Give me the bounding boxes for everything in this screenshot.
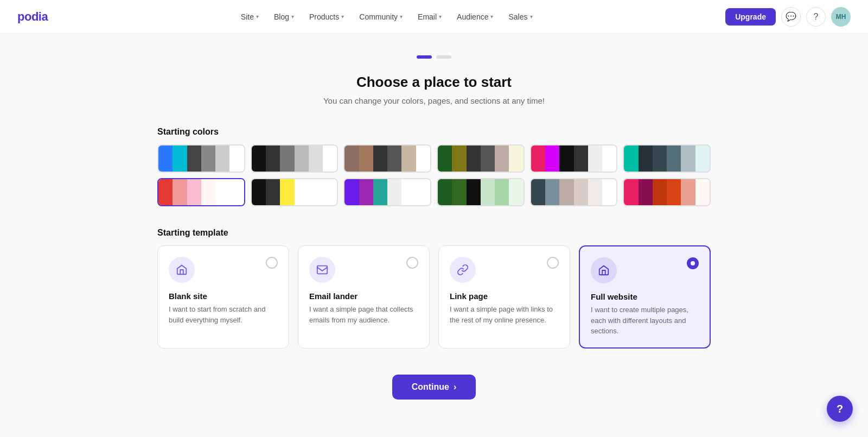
- swatch-segment: [681, 179, 695, 205]
- swatch-segment: [416, 179, 430, 205]
- swatch-segment: [602, 145, 616, 172]
- template-card-link-page[interactable]: Link page I want a simple page with link…: [438, 245, 570, 349]
- swatch-segment: [229, 145, 244, 172]
- swatch-segment: [187, 179, 201, 205]
- swatch-segment: [495, 145, 509, 172]
- swatch-segment: [602, 179, 616, 205]
- page-title: Choose a place to start: [157, 74, 711, 91]
- color-swatch-c1[interactable]: [157, 144, 245, 173]
- main-content: Choose a place to start You can change y…: [136, 34, 732, 437]
- swatch-segment: [653, 145, 667, 172]
- color-swatch-c3[interactable]: [343, 144, 431, 173]
- swatch-segment: [481, 179, 495, 205]
- color-swatch-c12[interactable]: [623, 178, 711, 206]
- color-swatch-c5[interactable]: [530, 144, 618, 173]
- nav-item-audience[interactable]: Audience▾: [450, 9, 500, 24]
- swatch-segment: [639, 145, 653, 172]
- swatch-segment: [158, 145, 173, 172]
- swatch-segment: [509, 179, 523, 205]
- help-fab[interactable]: ?: [827, 396, 853, 422]
- swatch-segment: [452, 179, 466, 205]
- swatch-segment: [387, 145, 401, 172]
- color-swatch-c7[interactable]: [157, 178, 245, 206]
- continue-button[interactable]: Continue ›: [392, 375, 476, 400]
- swatch-segment: [695, 145, 710, 172]
- template-header: [309, 257, 418, 283]
- swatch-segment: [252, 145, 266, 172]
- swatch-segment: [215, 145, 229, 172]
- swatch-segment: [639, 179, 653, 205]
- colors-section: Starting colors: [157, 127, 711, 206]
- template-desc-email-lander: I want a simple page that collects email…: [309, 304, 418, 325]
- swatch-segment: [559, 179, 573, 205]
- continue-label: Continue: [412, 382, 449, 392]
- color-swatch-c2[interactable]: [251, 144, 339, 173]
- template-icon-blank: [169, 257, 195, 283]
- swatch-segment: [481, 145, 495, 172]
- template-radio-link-page[interactable]: [547, 257, 559, 269]
- upgrade-button[interactable]: Upgrade: [725, 8, 776, 26]
- template-card-email-lander[interactable]: Email lander I want a simple page that c…: [298, 245, 430, 349]
- template-header: [169, 257, 278, 283]
- color-swatch-c4[interactable]: [437, 144, 525, 173]
- swatch-segment: [215, 179, 229, 205]
- swatch-segment: [667, 145, 681, 172]
- swatch-segment: [531, 145, 545, 172]
- continue-arrow: ›: [454, 382, 456, 392]
- color-swatch-c11[interactable]: [530, 178, 618, 206]
- color-swatch-c8[interactable]: [251, 178, 339, 206]
- nav-item-blog[interactable]: Blog▾: [267, 9, 301, 24]
- nav-item-products[interactable]: Products▾: [303, 9, 350, 24]
- help-icon-button[interactable]: ?: [806, 7, 826, 27]
- templates-section: Starting template Blank site I want to s…: [157, 228, 711, 349]
- progress-dot-2: [436, 55, 451, 59]
- template-radio-email-lander[interactable]: [406, 257, 418, 269]
- color-swatch-c10[interactable]: [437, 178, 525, 206]
- template-icon-email-lander: [309, 257, 335, 283]
- template-card-blank[interactable]: Blank site I want to start from scratch …: [157, 245, 289, 349]
- swatch-segment: [401, 179, 416, 205]
- swatch-segment: [624, 179, 638, 205]
- templates-grid: Blank site I want to start from scratch …: [157, 245, 711, 349]
- swatch-segment: [467, 145, 481, 172]
- color-swatch-c6[interactable]: [623, 144, 711, 173]
- template-radio-blank[interactable]: [266, 257, 278, 269]
- nav-item-email[interactable]: Email▾: [411, 9, 448, 24]
- templates-label: Starting template: [157, 228, 711, 238]
- swatch-segment: [229, 179, 244, 205]
- colors-label: Starting colors: [157, 127, 711, 137]
- swatch-segment: [309, 145, 323, 172]
- avatar[interactable]: MH: [831, 7, 851, 27]
- template-radio-full-website[interactable]: [687, 257, 699, 269]
- template-desc-link-page: I want a simple page with links to the r…: [450, 304, 559, 325]
- nav-item-community[interactable]: Community▾: [353, 9, 409, 24]
- progress-dot-1: [417, 55, 432, 59]
- swatch-segment: [531, 179, 545, 205]
- color-swatch-c9[interactable]: [343, 178, 431, 206]
- swatch-segment: [509, 145, 523, 172]
- nav-item-site[interactable]: Site▾: [234, 9, 265, 24]
- swatch-segment: [295, 179, 309, 205]
- template-card-full-website[interactable]: Full website I want to create multiple p…: [579, 245, 711, 349]
- nav-right: Upgrade 💬 ? MH: [725, 7, 851, 27]
- swatch-segment: [201, 179, 215, 205]
- swatch-segment: [624, 145, 638, 172]
- swatch-segment: [323, 145, 337, 172]
- colors-grid: [157, 144, 711, 206]
- swatch-segment: [373, 179, 387, 205]
- template-name-full-website: Full website: [591, 292, 699, 301]
- template-name-blank: Blank site: [169, 292, 278, 301]
- swatch-segment: [187, 145, 201, 172]
- template-desc-full-website: I want to create multiple pages, each wi…: [591, 305, 699, 337]
- svg-rect-0: [317, 266, 327, 274]
- nav-item-sales[interactable]: Sales▾: [502, 9, 539, 24]
- nav-menu: Site▾Blog▾Products▾Community▾Email▾Audie…: [234, 9, 539, 24]
- swatch-segment: [373, 145, 387, 172]
- swatch-segment: [695, 179, 710, 205]
- swatch-segment: [574, 179, 588, 205]
- template-name-email-lander: Email lander: [309, 292, 418, 301]
- template-header: [450, 257, 559, 283]
- swatch-segment: [359, 145, 373, 172]
- template-icon-link-page: [450, 257, 476, 283]
- chat-icon-button[interactable]: 💬: [781, 7, 801, 27]
